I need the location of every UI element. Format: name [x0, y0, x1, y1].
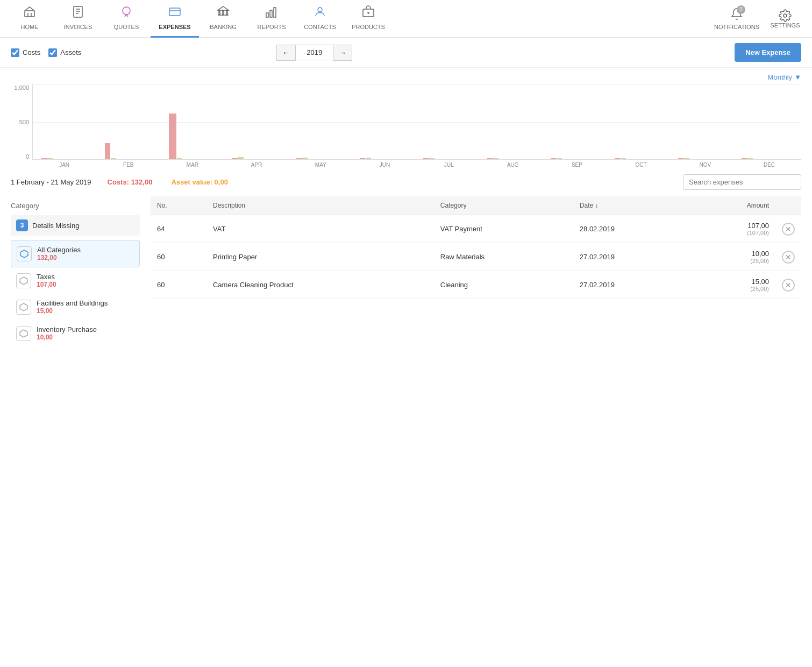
- nav-settings[interactable]: SETTINGS: [764, 9, 807, 29]
- col-amount: Amount: [690, 196, 775, 215]
- cat-all-name: All Categories: [37, 246, 81, 254]
- x-label-oct: OCT: [609, 160, 673, 168]
- nav-quotes[interactable]: QUOTES: [102, 0, 151, 38]
- notification-count: 0: [737, 5, 745, 14]
- row3-category: Cleaning: [434, 271, 573, 299]
- y-label-1000: 1,000: [11, 84, 29, 91]
- nav-notifications-label: NOTIFICATIONS: [714, 24, 759, 30]
- quotes-icon: [120, 5, 133, 22]
- row1-amount-main: 107,00: [696, 222, 769, 230]
- cat-inventory-amount: 10,00: [37, 334, 97, 341]
- category-title: Category: [11, 196, 140, 215]
- category-sidebar: Category 3 Details Missing All Categorie…: [11, 196, 140, 346]
- svg-rect-16: [270, 10, 272, 17]
- svg-point-18: [318, 8, 322, 12]
- row3-amount-sub: (25,00): [696, 286, 769, 292]
- row3-delete-button[interactable]: ✕: [782, 279, 795, 292]
- chart-container: Monthly ▼ 1,000 500 0: [0, 68, 812, 168]
- nav-banking[interactable]: BANKING: [199, 0, 247, 38]
- svg-rect-17: [274, 8, 276, 17]
- svg-rect-15: [266, 13, 268, 17]
- row2-description: Printing Paper: [206, 243, 434, 271]
- date-search-row: 1 February - 21 May 2019 Costs: 132,00 A…: [0, 168, 812, 196]
- nav-home-label: HOME: [21, 24, 39, 30]
- x-label-aug: AUG: [481, 160, 545, 168]
- row2-amount: 10,00 (25,00): [690, 243, 775, 271]
- category-item-taxes[interactable]: Taxes 107,00: [11, 267, 140, 294]
- col-no: No.: [151, 196, 206, 215]
- col-date[interactable]: Date ↓: [573, 196, 690, 215]
- svg-rect-3: [74, 6, 82, 17]
- cat-taxes-amount: 107,00: [37, 281, 56, 288]
- year-prev-button[interactable]: ←: [276, 45, 296, 61]
- nav-settings-label: SETTINGS: [770, 22, 800, 29]
- year-next-button[interactable]: →: [333, 45, 352, 61]
- monthly-label: Monthly: [768, 73, 793, 81]
- contacts-icon: [314, 5, 326, 22]
- category-item-facilities[interactable]: Facilities and Buildings 15,00: [11, 294, 140, 320]
- search-input[interactable]: [683, 174, 801, 190]
- nav-quotes-label: QUOTES: [114, 24, 139, 30]
- nav-invoices[interactable]: INVOICES: [54, 0, 102, 38]
- table-row: 60 Camera Cleaning Product Cleaning 27.0…: [151, 271, 801, 299]
- category-item-all[interactable]: All Categories 132,00: [11, 240, 140, 267]
- assets-checkbox-label[interactable]: Assets: [48, 48, 81, 57]
- toolbar: Costs Assets ← 2019 → New Expense: [0, 38, 812, 68]
- y-label-0: 0: [11, 153, 29, 160]
- expenses-data-table: No. Description Category Date ↓ Amount 6…: [151, 196, 801, 299]
- sort-icon: ↓: [595, 202, 599, 209]
- year-display: 2019: [296, 45, 333, 60]
- cat-all-amount: 132,00: [37, 254, 81, 261]
- costs-summary: Costs: 132,00: [108, 178, 153, 186]
- row1-delete-button[interactable]: ✕: [782, 223, 795, 236]
- nav-products[interactable]: PRODUCTS: [344, 0, 393, 38]
- nav-home[interactable]: HOME: [5, 0, 54, 38]
- table-header-row: No. Description Category Date ↓ Amount: [151, 196, 801, 215]
- row2-amount-sub: (25,00): [696, 258, 769, 264]
- nav-contacts[interactable]: CONTACTS: [296, 0, 344, 38]
- row3-no: 60: [151, 271, 206, 299]
- category-icon-inventory: [16, 326, 31, 341]
- row1-delete-cell: ✕: [775, 215, 801, 243]
- costs-checkbox[interactable]: [11, 48, 19, 57]
- assets-label: Assets: [60, 48, 81, 56]
- row2-date: 27.02.2019: [573, 243, 690, 271]
- assets-checkbox[interactable]: [48, 48, 57, 57]
- cat-facilities-amount: 15,00: [37, 307, 108, 315]
- svg-rect-13: [226, 10, 227, 15]
- monthly-toggle[interactable]: Monthly ▼: [11, 73, 801, 81]
- x-label-feb: FEB: [96, 160, 160, 168]
- chevron-down-icon: ▼: [794, 73, 801, 81]
- nav-expenses[interactable]: EXPENSES: [151, 0, 199, 38]
- table-row: 60 Printing Paper Raw Materials 27.02.20…: [151, 243, 801, 271]
- details-missing[interactable]: 3 Details Missing: [11, 215, 140, 236]
- x-label-jun: JUN: [353, 160, 417, 168]
- nav-notifications[interactable]: 0 NOTIFICATIONS: [715, 8, 758, 30]
- x-axis: JAN FEB MAR APR MAY JUN JUL AUG SEP OCT …: [32, 160, 801, 168]
- col-description: Description: [206, 196, 434, 215]
- costs-checkbox-label[interactable]: Costs: [11, 48, 40, 57]
- row3-amount: 15,00 (25,00): [690, 271, 775, 299]
- category-item-inventory[interactable]: Inventory Purchase 10,00: [11, 320, 140, 346]
- nav-banking-label: BANKING: [210, 24, 237, 30]
- svg-marker-25: [20, 303, 27, 311]
- new-expense-button[interactable]: New Expense: [735, 43, 801, 62]
- reports-icon: [265, 5, 278, 22]
- row1-no: 64: [151, 215, 206, 243]
- nav-products-label: PRODUCTS: [352, 24, 385, 30]
- nav-reports[interactable]: REPORTS: [247, 0, 296, 38]
- row2-delete-button[interactable]: ✕: [782, 251, 795, 264]
- invoices-icon: [72, 5, 84, 22]
- svg-marker-24: [20, 277, 27, 285]
- details-missing-text: Details Missing: [32, 222, 79, 230]
- year-nav: ← 2019 →: [276, 45, 352, 61]
- details-missing-badge: 3: [16, 219, 28, 231]
- svg-point-7: [123, 7, 130, 15]
- top-nav: HOME INVOICES QUOTES EXPENSES BANKING RE…: [0, 0, 812, 38]
- x-label-apr: APR: [225, 160, 289, 168]
- cat-facilities-name: Facilities and Buildings: [37, 299, 108, 307]
- row1-category: VAT Payment: [434, 215, 573, 243]
- settings-icon: [779, 9, 792, 22]
- svg-point-22: [783, 14, 787, 17]
- x-label-may: MAY: [289, 160, 353, 168]
